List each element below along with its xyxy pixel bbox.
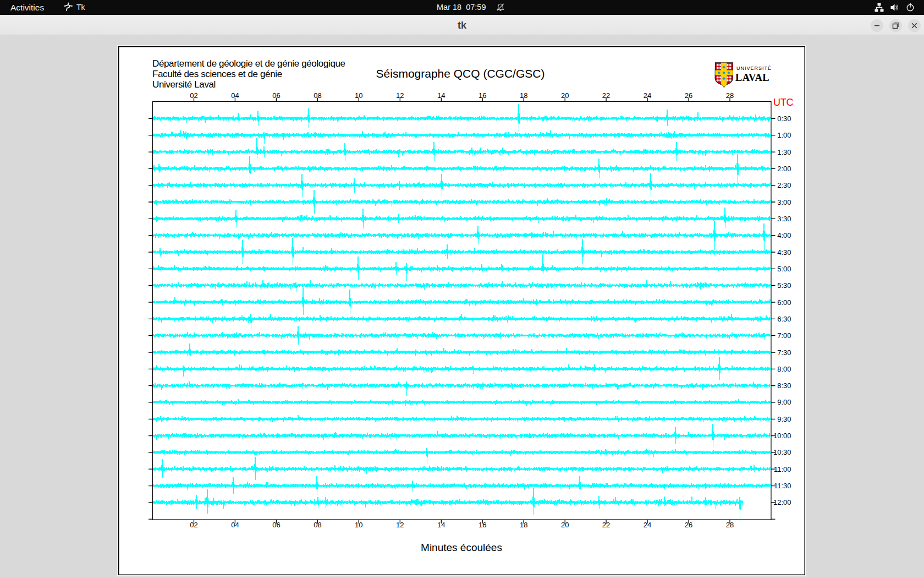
svg-text:20: 20 [561, 91, 569, 100]
svg-text:06: 06 [272, 521, 280, 529]
svg-text:14: 14 [437, 91, 445, 100]
svg-text:02: 02 [190, 521, 197, 529]
svg-text:3:00: 3:00 [777, 198, 791, 206]
svg-text:24: 24 [644, 91, 651, 100]
svg-text:06: 06 [272, 91, 280, 100]
svg-text:6:30: 6:30 [777, 315, 791, 323]
svg-text:10:30: 10:30 [773, 448, 791, 456]
svg-text:7:00: 7:00 [777, 331, 791, 340]
svg-text:11:30: 11:30 [774, 482, 791, 490]
svg-text:16: 16 [479, 521, 486, 529]
svg-text:Université Laval: Université Laval [152, 79, 216, 90]
svg-text:10: 10 [355, 521, 362, 529]
svg-text:8:30: 8:30 [777, 381, 791, 390]
svg-text:UNIVERSITÉ: UNIVERSITÉ [736, 66, 772, 71]
svg-text:04: 04 [231, 521, 239, 529]
svg-text:1:30: 1:30 [777, 148, 791, 156]
svg-text:24: 24 [644, 521, 651, 529]
svg-text:Département de géologie et de: Département de géologie et de génie géol… [152, 58, 345, 69]
svg-text:Séismographe QCQ (CGC/GSC): Séismographe QCQ (CGC/GSC) [376, 67, 545, 80]
svg-text:1:00: 1:00 [777, 131, 791, 139]
svg-text:12:00: 12:00 [773, 498, 791, 506]
svg-text:28: 28 [726, 521, 734, 529]
svg-text:10:00: 10:00 [773, 432, 791, 440]
svg-text:11:00: 11:00 [774, 465, 791, 473]
svg-text:16: 16 [479, 91, 486, 100]
svg-text:7:30: 7:30 [777, 348, 791, 357]
svg-text:22: 22 [602, 91, 610, 100]
svg-text:10: 10 [355, 91, 362, 100]
svg-text:3:30: 3:30 [777, 215, 791, 223]
svg-text:12: 12 [396, 91, 404, 100]
svg-text:18: 18 [520, 521, 527, 529]
svg-text:5:30: 5:30 [777, 281, 791, 290]
svg-text:0:30: 0:30 [777, 114, 791, 123]
svg-text:5:00: 5:00 [777, 265, 791, 273]
svg-text:26: 26 [685, 91, 692, 100]
svg-text:18: 18 [520, 91, 527, 100]
svg-text:04: 04 [231, 91, 239, 100]
svg-text:Minutes écoulées: Minutes écoulées [421, 542, 502, 553]
svg-text:6:00: 6:00 [777, 298, 791, 307]
svg-text:UTC: UTC [773, 97, 793, 108]
svg-text:02: 02 [190, 91, 197, 100]
svg-text:2:00: 2:00 [777, 165, 791, 173]
svg-text:LAVAL: LAVAL [735, 72, 769, 83]
svg-text:2:30: 2:30 [777, 181, 791, 189]
svg-text:8:00: 8:00 [777, 365, 791, 373]
svg-text:14: 14 [437, 521, 445, 529]
svg-text:26: 26 [685, 521, 692, 529]
svg-text:20: 20 [561, 521, 569, 529]
svg-text:9:00: 9:00 [777, 398, 791, 406]
svg-text:4:30: 4:30 [777, 248, 791, 257]
svg-text:22: 22 [602, 521, 610, 529]
svg-text:08: 08 [314, 91, 321, 100]
svg-text:Faculté des sciences et de gén: Faculté des sciences et de génie [152, 69, 282, 79]
svg-text:9:30: 9:30 [777, 415, 791, 423]
svg-text:08: 08 [314, 521, 321, 529]
svg-text:4:00: 4:00 [777, 231, 791, 239]
svg-text:12: 12 [396, 521, 404, 529]
svg-text:28: 28 [726, 91, 734, 100]
